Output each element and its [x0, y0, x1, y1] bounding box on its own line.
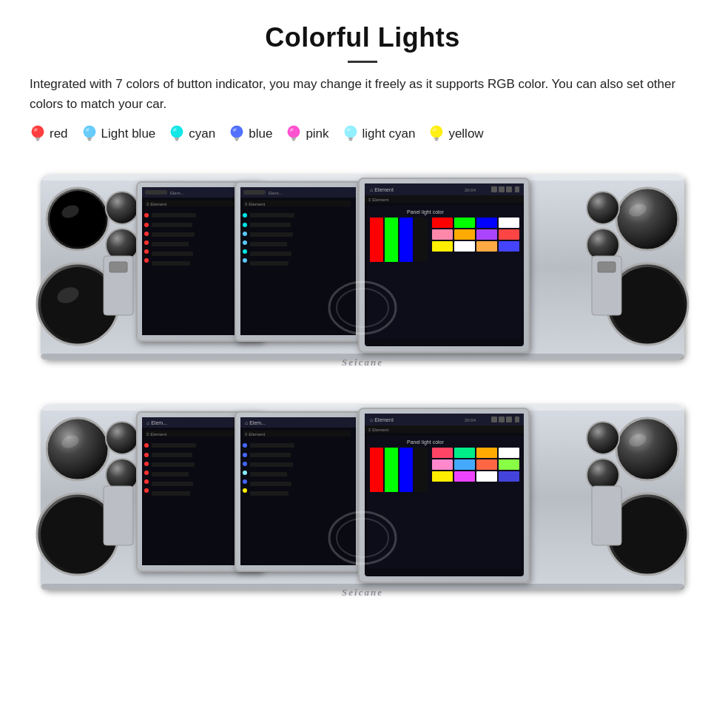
product-image-top: Elem... ≡ Element [30, 160, 695, 378]
svg-rect-105 [432, 218, 453, 228]
svg-point-121 [587, 192, 619, 224]
svg-rect-7 [87, 138, 92, 140]
svg-rect-111 [476, 229, 497, 240]
bulb-icon-cyan [169, 124, 185, 144]
color-list: red Light blue cyan [30, 124, 695, 144]
svg-rect-47 [109, 262, 127, 272]
svg-rect-87 [250, 261, 289, 266]
svg-text:Elem...: Elem... [269, 191, 283, 195]
svg-rect-113 [432, 241, 453, 252]
svg-rect-114 [454, 241, 475, 252]
color-item-blue: blue [229, 124, 272, 144]
svg-rect-172 [250, 462, 293, 467]
svg-rect-96 [515, 186, 519, 192]
svg-rect-175 [250, 491, 289, 496]
svg-rect-93 [491, 186, 497, 192]
svg-rect-124 [598, 262, 616, 272]
svg-rect-154 [152, 472, 189, 476]
product-svg-bottom: ⌂ Elem... ≡ Element [30, 390, 695, 608]
svg-rect-202 [454, 471, 475, 482]
svg-text:Panel light color: Panel light color [407, 209, 444, 215]
svg-rect-62 [152, 213, 196, 218]
svg-point-16 [231, 126, 243, 138]
svg-rect-211 [592, 486, 621, 545]
svg-rect-12 [175, 138, 180, 140]
svg-rect-197 [432, 459, 453, 470]
svg-rect-115 [476, 241, 497, 252]
page-title: Colorful Lights [30, 22, 695, 53]
svg-text:Panel light color: Panel light color [407, 439, 444, 445]
svg-point-146 [144, 453, 149, 457]
svg-rect-204 [499, 471, 519, 482]
svg-rect-23 [293, 140, 296, 141]
svg-point-135 [106, 422, 138, 454]
svg-rect-198 [454, 459, 475, 470]
svg-rect-155 [152, 482, 193, 486]
color-item-yellow: yellow [428, 124, 483, 144]
svg-text:Elem...: Elem... [170, 191, 184, 195]
title-divider [348, 61, 377, 63]
svg-text:⌂  Element: ⌂ Element [370, 187, 394, 192]
svg-point-150 [144, 488, 149, 493]
svg-point-79 [243, 240, 247, 245]
svg-rect-65 [152, 242, 189, 246]
svg-rect-17 [235, 138, 239, 140]
svg-rect-153 [152, 462, 195, 467]
color-label-cyan: cyan [189, 127, 215, 141]
svg-rect-106 [454, 218, 475, 228]
svg-point-60 [144, 249, 149, 254]
svg-text:20:04: 20:04 [465, 188, 476, 192]
svg-point-147 [144, 462, 149, 466]
svg-rect-174 [250, 482, 291, 486]
bulb-icon-lightcyan [343, 124, 359, 144]
svg-rect-84 [250, 232, 293, 237]
svg-point-6 [83, 126, 95, 138]
svg-point-77 [243, 223, 247, 227]
svg-rect-8 [88, 140, 91, 141]
svg-text:≡  Element: ≡ Element [245, 432, 266, 437]
product-image-bottom: ⌂ Elem... ≡ Element [30, 390, 695, 608]
color-label-lightcyan: light cyan [362, 127, 416, 141]
svg-point-149 [144, 479, 149, 484]
svg-text:Seicane: Seicane [342, 587, 383, 598]
svg-rect-97 [365, 195, 524, 203]
svg-point-81 [243, 258, 247, 263]
svg-text:≡  Element: ≡ Element [245, 202, 266, 206]
svg-rect-71 [243, 190, 266, 195]
svg-rect-63 [152, 223, 192, 227]
svg-point-117 [616, 188, 678, 250]
svg-point-44 [106, 192, 138, 224]
svg-rect-203 [476, 471, 497, 482]
svg-point-80 [243, 249, 247, 254]
svg-rect-67 [152, 261, 190, 266]
svg-point-148 [144, 471, 149, 475]
svg-rect-3 [36, 140, 39, 141]
svg-point-131 [47, 418, 109, 480]
svg-rect-195 [476, 448, 497, 458]
svg-text:⌂  Element: ⌂ Element [370, 417, 394, 422]
page-container: Colorful Lights Integrated with 7 colors… [0, 0, 725, 635]
svg-point-31 [431, 126, 443, 138]
svg-point-205 [616, 418, 678, 480]
svg-point-58 [144, 232, 149, 236]
color-label-lightblue: Light blue [101, 127, 156, 141]
svg-rect-156 [152, 491, 190, 496]
color-label-yellow: yellow [448, 127, 483, 141]
color-item-lightcyan: light cyan [343, 124, 416, 144]
svg-rect-181 [491, 417, 497, 422]
svg-rect-94 [499, 186, 505, 192]
svg-rect-137 [104, 486, 133, 545]
svg-text:≡  Element: ≡ Element [146, 202, 167, 206]
svg-rect-13 [175, 140, 178, 141]
svg-rect-85 [250, 242, 287, 246]
svg-point-168 [243, 479, 247, 484]
svg-rect-102 [385, 218, 398, 262]
svg-point-169 [243, 488, 247, 493]
svg-rect-199 [476, 459, 497, 470]
svg-rect-51 [145, 190, 167, 195]
title-section: Colorful Lights [30, 22, 695, 63]
svg-rect-95 [506, 186, 512, 192]
svg-rect-194 [454, 448, 475, 458]
svg-point-209 [587, 422, 619, 454]
svg-rect-170 [250, 443, 294, 448]
